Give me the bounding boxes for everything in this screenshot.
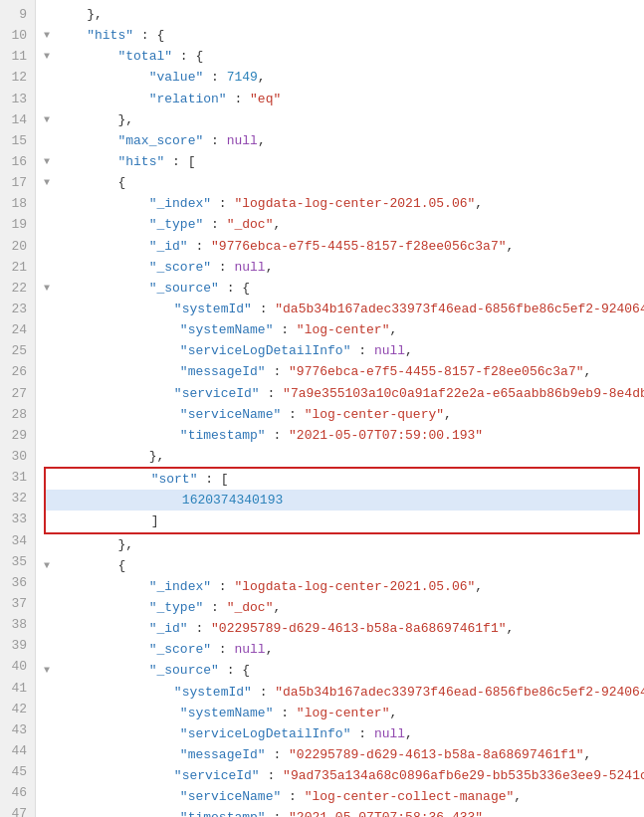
line-number: 15 (8, 130, 27, 151)
code-line: "systemId" : "da5b34b167adec33973f46ead-… (44, 682, 644, 703)
code-line: "timestamp" : "2021-05-07T07:58:36.433" (44, 807, 644, 817)
code-line: "_id" : "9776ebca-e7f5-4455-8157-f28ee05… (44, 236, 644, 257)
code-line: "_score" : null, (44, 257, 644, 278)
sort-box: "sort" : [ 1620374340193 ] (44, 467, 640, 533)
code-line: ▼ "_source" : { (44, 278, 644, 299)
code-line: "_index" : "logdata-log-center-2021.05.0… (44, 193, 644, 214)
line-number: 17 (8, 172, 27, 193)
code-line: ▼ "hits" : [ (44, 151, 644, 172)
line-number: 22 (8, 278, 27, 299)
code-line: ▼ "total" : { (44, 46, 644, 67)
code-line: "messageId" : "9776ebca-e7f5-4455-8157-f… (44, 361, 644, 382)
line-number: 31 (8, 467, 27, 488)
line-number: 33 (8, 509, 27, 529)
line-number: 21 (8, 257, 27, 278)
code-area[interactable]: },▼ "hits" : {▼ "total" : { "value" : 71… (36, 0, 644, 817)
line-number: 10 (8, 25, 27, 46)
line-number: 25 (8, 340, 27, 361)
code-line: "_score" : null, (44, 639, 644, 660)
line-number: 11 (8, 46, 27, 67)
line-number: 23 (8, 299, 27, 319)
line-number: 20 (8, 236, 27, 257)
line-number: 13 (8, 89, 27, 109)
line-number: 12 (8, 67, 27, 88)
code-line: "_type" : "_doc", (44, 214, 644, 235)
code-line: 1620374340193 (46, 490, 638, 511)
line-number: 14 (8, 109, 27, 130)
code-line: "value" : 7149, (44, 67, 644, 88)
code-line: "messageId" : "02295789-d629-4613-b58a-8… (44, 744, 644, 765)
line-number: 16 (8, 151, 27, 172)
code-line: ▼ { (44, 555, 644, 576)
line-number: 42 (8, 699, 27, 719)
code-line: "systemName" : "log-center", (44, 319, 644, 340)
code-line: ] (46, 511, 638, 531)
line-number: 26 (8, 361, 27, 382)
line-number: 46 (8, 782, 27, 803)
code-line: "_index" : "logdata-log-center-2021.05.0… (44, 576, 644, 597)
code-line: "serviceLogDetailInfo" : null, (44, 723, 644, 744)
line-number: 39 (8, 635, 27, 656)
line-number: 41 (8, 678, 27, 699)
code-line: ▼ "hits" : { (44, 25, 644, 46)
code-viewer: 9101112131415161718192021222324252627282… (0, 0, 644, 817)
line-number: 35 (8, 551, 27, 572)
line-number: 37 (8, 593, 27, 614)
line-number: 47 (8, 803, 27, 817)
code-line: ▼ { (44, 172, 644, 193)
code-line: "relation" : "eq" (44, 89, 644, 109)
code-line: "timestamp" : "2021-05-07T07:59:00.193" (44, 425, 644, 446)
line-number: 28 (8, 404, 27, 425)
line-number: 32 (8, 488, 27, 509)
code-line: "serviceName" : "log-center-collect-mana… (44, 786, 644, 807)
code-line: "_id" : "02295789-d629-4613-b58a-8a68697… (44, 618, 644, 639)
line-number: 24 (8, 319, 27, 340)
code-line: }, (44, 534, 644, 555)
line-number: 9 (8, 4, 27, 25)
line-number: 18 (8, 193, 27, 214)
code-line: "_type" : "_doc", (44, 597, 644, 618)
line-number: 27 (8, 383, 27, 404)
line-number: 19 (8, 214, 27, 235)
line-number: 40 (8, 656, 27, 677)
code-line: }, (44, 446, 644, 467)
code-line: }, (44, 4, 644, 25)
line-number: 38 (8, 614, 27, 635)
line-numbers: 9101112131415161718192021222324252627282… (0, 0, 36, 817)
code-line: "serviceLogDetailInfo" : null, (44, 340, 644, 361)
line-number: 43 (8, 719, 27, 740)
code-line: "max_score" : null, (44, 130, 644, 151)
code-line: "serviceId" : "9ad735a134a68c0896afb6e29… (44, 765, 644, 786)
line-number: 44 (8, 740, 27, 761)
code-line: "sort" : [ (46, 469, 638, 490)
code-line: "systemId" : "da5b34b167adec33973f46ead-… (44, 299, 644, 319)
code-line: ▼ "_source" : { (44, 660, 644, 681)
line-number: 29 (8, 425, 27, 446)
line-number: 30 (8, 446, 27, 467)
line-number: 36 (8, 572, 27, 593)
code-line: "serviceName" : "log-center-query", (44, 404, 644, 425)
code-line: "systemName" : "log-center", (44, 703, 644, 723)
code-line: "serviceId" : "7a9e355103a10c0a91af22e2a… (44, 383, 644, 404)
code-line: ▼ }, (44, 109, 644, 130)
line-number: 45 (8, 761, 27, 782)
line-number: 34 (8, 530, 27, 551)
